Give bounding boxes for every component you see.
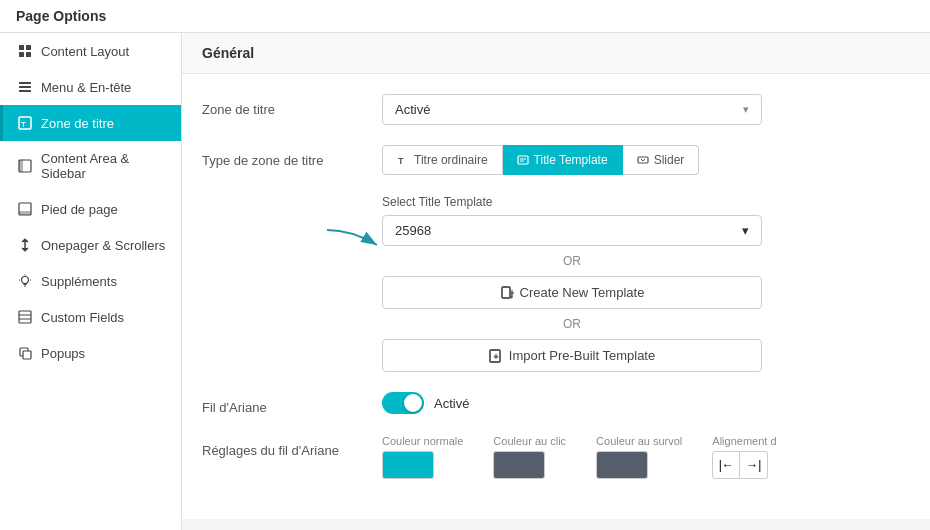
svg-text:T: T — [21, 120, 26, 129]
sidebar-item-content-area-sidebar[interactable]: Content Area & Sidebar — [0, 141, 181, 191]
or-divider-1: OR — [382, 246, 762, 276]
zone-titre-value: Activé — [395, 102, 430, 117]
form-body: Zone de titre Activé ▾ Type de zone de t… — [182, 74, 930, 519]
btn-titre-ordinaire[interactable]: T Titre ordinaire — [382, 145, 503, 175]
svg-rect-27 — [638, 157, 648, 163]
btn-title-template[interactable]: Title Template — [503, 145, 623, 175]
svg-rect-37 — [490, 350, 500, 362]
svg-rect-22 — [23, 351, 31, 359]
select-template-field: Select Title Template — [382, 195, 910, 372]
align-buttons: |← →| — [712, 451, 776, 479]
title-icon: T — [17, 115, 33, 131]
chevron-down-icon: ▾ — [743, 103, 749, 116]
toggle-knob — [404, 394, 422, 412]
import-icon — [489, 349, 503, 363]
import-template-label: Import Pre-Built Template — [509, 348, 655, 363]
import-template-button[interactable]: Import Pre-Built Template — [382, 339, 762, 372]
template-select-dropdown[interactable]: 25968 ▾ — [382, 215, 762, 246]
main-layout: Content Layout Menu & En-tête T Zone de … — [0, 33, 930, 530]
content-section: Général Zone de titre Activé ▾ Type de z… — [182, 33, 930, 519]
couleur-clic-group: Couleur au clic — [493, 435, 566, 479]
popup-icon — [17, 345, 33, 361]
section-header: Général — [182, 33, 930, 74]
couleur-survol-group: Couleur au survol — [596, 435, 682, 479]
layout-icon — [17, 158, 33, 174]
zone-titre-label: Zone de titre — [202, 94, 382, 117]
scroll-icon — [17, 237, 33, 253]
sidebar-item-label: Suppléments — [41, 274, 117, 289]
svg-rect-4 — [19, 82, 31, 84]
section-title: Général — [202, 45, 254, 61]
create-new-template-button[interactable]: Create New Template — [382, 276, 762, 309]
svg-rect-0 — [19, 45, 24, 50]
btn-slider[interactable]: Slider — [623, 145, 700, 175]
fil-ariane-row: Fil d'Ariane Activé — [202, 392, 910, 415]
sidebar-item-zone-de-titre[interactable]: T Zone de titre — [0, 105, 181, 141]
couleur-survol-label: Couleur au survol — [596, 435, 682, 447]
fil-ariane-label: Fil d'Ariane — [202, 392, 382, 415]
svg-rect-35 — [490, 350, 500, 362]
svg-rect-1 — [26, 45, 31, 50]
reglages-row: Réglages du fil d'Ariane Couleur normale… — [202, 435, 910, 479]
select-template-row: Select Title Template — [202, 195, 910, 372]
svg-rect-3 — [26, 52, 31, 57]
couleur-normale-label: Couleur normale — [382, 435, 463, 447]
sidebar-item-label: Menu & En-tête — [41, 80, 131, 95]
reglages-label: Réglages du fil d'Ariane — [202, 435, 382, 458]
sidebar-item-popups[interactable]: Popups — [0, 335, 181, 371]
align-right-button[interactable]: →| — [740, 451, 768, 479]
svg-rect-10 — [19, 160, 23, 172]
zone-titre-dropdown[interactable]: Activé ▾ — [382, 94, 762, 125]
zone-titre-row: Zone de titre Activé ▾ — [202, 94, 910, 125]
grid-icon — [17, 43, 33, 59]
btn-titre-ordinaire-label: Titre ordinaire — [414, 153, 488, 167]
select-template-empty-label — [202, 195, 382, 203]
template-select-label: Select Title Template — [382, 195, 762, 209]
or-divider-2: OR — [382, 309, 762, 339]
align-left-button[interactable]: |← — [712, 451, 740, 479]
sidebar-item-content-layout[interactable]: Content Layout — [0, 33, 181, 69]
color-swatches: Couleur normale Couleur au clic Couleur … — [382, 435, 777, 479]
text-icon: T — [397, 154, 409, 166]
type-zone-field: T Titre ordinaire Title Templa — [382, 145, 910, 175]
couleur-normale-group: Couleur normale — [382, 435, 463, 479]
couleur-clic-swatch[interactable] — [493, 451, 545, 479]
sidebar-item-custom-fields[interactable]: Custom Fields — [0, 299, 181, 335]
arrow-container: 25968 ▾ — [382, 215, 762, 246]
template-icon — [517, 154, 529, 166]
svg-rect-2 — [19, 52, 24, 57]
create-template-label: Create New Template — [520, 285, 645, 300]
couleur-normale-swatch[interactable] — [382, 451, 434, 479]
svg-rect-32 — [502, 287, 510, 298]
svg-point-14 — [22, 277, 29, 284]
sidebar-item-supplements[interactable]: Suppléments — [0, 263, 181, 299]
sidebar-item-label: Pied de page — [41, 202, 118, 217]
menu-icon — [17, 79, 33, 95]
alignement-group: Alignement d |← →| — [712, 435, 776, 479]
sidebar-item-label: Popups — [41, 346, 85, 361]
couleur-survol-swatch[interactable] — [596, 451, 648, 479]
alignement-label: Alignement d — [712, 435, 776, 447]
footer-icon — [17, 201, 33, 217]
sidebar-item-label: Zone de titre — [41, 116, 114, 131]
template-chevron-icon: ▾ — [742, 223, 749, 238]
content-area: Général Zone de titre Activé ▾ Type de z… — [182, 33, 930, 530]
svg-rect-18 — [19, 311, 31, 323]
page-title: Page Options — [16, 8, 106, 24]
sidebar-item-label: Content Area & Sidebar — [41, 151, 167, 181]
sidebar-item-pied-de-page[interactable]: Pied de page — [0, 191, 181, 227]
sidebar-item-onepager[interactable]: Onepager & Scrollers — [0, 227, 181, 263]
type-buttons-group: T Titre ordinaire Title Templa — [382, 145, 910, 175]
sidebar-item-label: Onepager & Scrollers — [41, 238, 165, 253]
svg-rect-12 — [19, 211, 31, 215]
sidebar-item-label: Content Layout — [41, 44, 129, 59]
slider-icon — [637, 154, 649, 166]
template-section: Select Title Template — [382, 195, 762, 372]
custom-fields-icon — [17, 309, 33, 325]
toggle-row: Activé — [382, 392, 910, 414]
fil-ariane-toggle[interactable] — [382, 392, 424, 414]
sidebar-item-menu-entete[interactable]: Menu & En-tête — [0, 69, 181, 105]
type-zone-label: Type de zone de titre — [202, 145, 382, 168]
template-select-value: 25968 — [395, 223, 431, 238]
svg-rect-24 — [518, 156, 528, 164]
